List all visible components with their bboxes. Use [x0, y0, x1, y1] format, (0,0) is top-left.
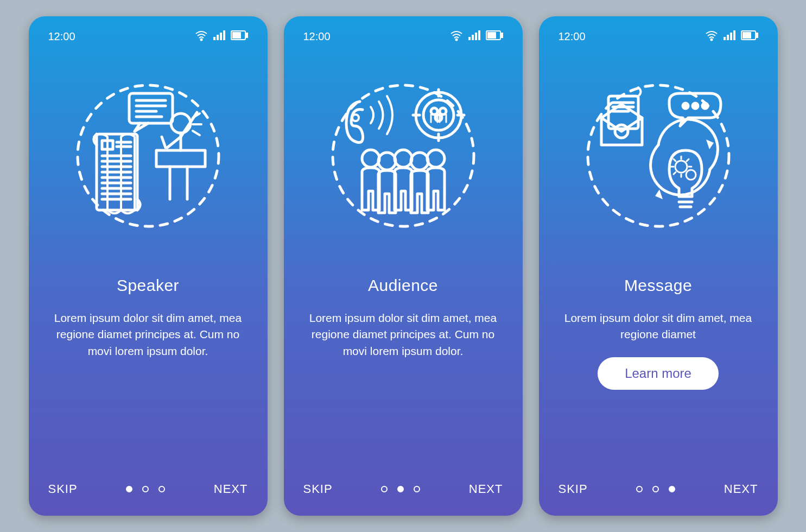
- svg-point-51: [378, 153, 396, 170]
- signal-icon: [468, 30, 480, 43]
- svg-rect-3: [220, 33, 222, 40]
- svg-line-80: [674, 172, 676, 174]
- svg-rect-6: [246, 33, 247, 37]
- onboarding-screen-3: 12:00: [539, 16, 778, 516]
- next-button[interactable]: NEXT: [214, 482, 248, 496]
- svg-rect-10: [156, 150, 205, 167]
- page-dot-2[interactable]: [652, 486, 659, 492]
- page-dot-1[interactable]: [636, 486, 643, 492]
- screen-title: Audience: [300, 276, 506, 295]
- onboarding-nav: SKIP NEXT: [555, 482, 761, 499]
- page-dots: [126, 486, 165, 492]
- svg-point-49: [395, 150, 412, 167]
- battery-icon: [231, 30, 248, 43]
- page-dot-1[interactable]: [381, 486, 388, 492]
- signal-icon: [213, 30, 225, 43]
- learn-more-button[interactable]: Learn more: [598, 357, 719, 390]
- wifi-icon: [450, 30, 463, 43]
- svg-rect-4: [223, 30, 225, 40]
- svg-line-78: [674, 159, 676, 161]
- svg-point-53: [710, 39, 712, 41]
- page-dots: [381, 486, 420, 492]
- svg-point-29: [455, 39, 457, 41]
- svg-point-50: [427, 150, 445, 167]
- illustration-audience: [300, 69, 506, 243]
- svg-rect-59: [756, 33, 758, 37]
- screen-description: Lorem ipsum dolor sit dim amet, mea regi…: [555, 310, 761, 343]
- svg-point-45: [431, 108, 437, 115]
- battery-icon: [486, 30, 503, 43]
- svg-rect-31: [472, 35, 474, 40]
- skip-button[interactable]: SKIP: [48, 482, 78, 496]
- svg-point-38: [352, 115, 359, 121]
- status-icons: [450, 30, 503, 43]
- screen-title: Speaker: [45, 276, 251, 295]
- status-icons: [195, 30, 248, 43]
- svg-rect-55: [727, 35, 729, 40]
- svg-rect-33: [478, 30, 480, 40]
- wifi-icon: [705, 30, 718, 43]
- skip-button[interactable]: SKIP: [559, 482, 588, 496]
- svg-point-52: [411, 153, 428, 170]
- svg-rect-2: [217, 35, 219, 40]
- wifi-icon: [195, 30, 208, 43]
- screen-description: Lorem ipsum dolor sit dim amet, mea regi…: [45, 310, 251, 359]
- page-dot-3[interactable]: [669, 486, 675, 492]
- next-button[interactable]: NEXT: [469, 482, 503, 496]
- onboarding-screen-1: 12:00: [29, 16, 268, 516]
- svg-rect-36: [488, 33, 496, 38]
- status-time: 12:00: [303, 30, 331, 43]
- battery-icon: [741, 30, 758, 43]
- svg-point-48: [362, 150, 379, 167]
- svg-point-68: [693, 103, 698, 109]
- page-dot-2[interactable]: [142, 486, 149, 492]
- svg-point-46: [440, 108, 446, 115]
- svg-rect-30: [468, 37, 471, 40]
- status-time: 12:00: [559, 30, 586, 43]
- status-bar: 12:00: [555, 28, 761, 43]
- svg-rect-54: [724, 37, 726, 40]
- status-time: 12:00: [48, 30, 75, 43]
- svg-rect-32: [475, 33, 477, 40]
- svg-point-67: [683, 103, 688, 109]
- svg-rect-57: [733, 30, 735, 40]
- illustration-message: [555, 69, 761, 243]
- page-dot-1[interactable]: [126, 486, 132, 492]
- svg-point-47: [435, 115, 442, 121]
- status-bar: 12:00: [45, 28, 251, 43]
- onboarding-screen-2: 12:00: [284, 16, 523, 516]
- page-dots: [636, 486, 675, 492]
- svg-line-79: [687, 159, 689, 161]
- svg-rect-7: [233, 33, 240, 38]
- page-dot-2[interactable]: [397, 486, 404, 492]
- page-dot-3[interactable]: [158, 486, 165, 492]
- svg-point-37: [333, 85, 474, 226]
- svg-rect-60: [743, 33, 751, 38]
- illustration-speaker: [45, 69, 251, 243]
- onboarding-nav: SKIP NEXT: [45, 482, 251, 499]
- status-icons: [705, 30, 758, 43]
- svg-point-0: [200, 39, 202, 41]
- next-button[interactable]: NEXT: [724, 482, 758, 496]
- svg-point-69: [702, 103, 708, 109]
- svg-rect-1: [213, 37, 215, 40]
- svg-rect-11: [129, 93, 173, 123]
- skip-button[interactable]: SKIP: [303, 482, 333, 496]
- page-dot-3[interactable]: [414, 486, 420, 492]
- onboarding-nav: SKIP NEXT: [300, 482, 506, 499]
- signal-icon: [724, 30, 735, 43]
- svg-point-72: [675, 161, 687, 173]
- svg-point-73: [686, 170, 696, 180]
- screen-description: Lorem ipsum dolor sit dim amet, mea regi…: [300, 310, 506, 359]
- status-bar: 12:00: [300, 28, 506, 43]
- svg-rect-35: [501, 33, 503, 37]
- screen-title: Message: [555, 276, 761, 295]
- svg-rect-56: [730, 33, 732, 40]
